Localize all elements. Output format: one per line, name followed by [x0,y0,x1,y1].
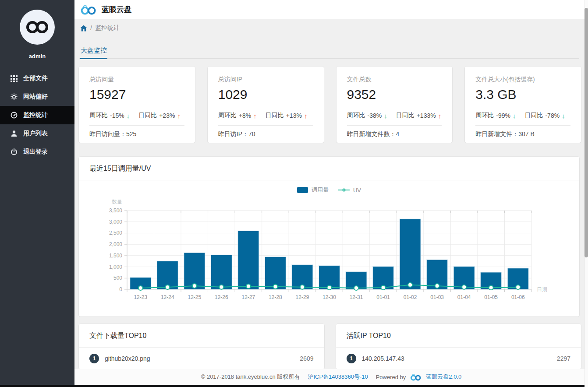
active-ip-top10-card: 活跃IP TOP10 1 140.205.147.43 2297 [336,324,581,369]
file-name: github20x20.png [105,355,300,362]
sidebar-menu: 全部文件 网站偏好 [0,69,74,161]
week-ratio: 周环比-15% ↓ [89,112,130,120]
divider [218,125,313,126]
stat-label: 总访问IP [218,76,313,84]
list-item: 1 github20x20.png 2609 [79,348,324,369]
chart-title: 最近15日调用量/UV [79,157,579,180]
top-header: 蓝眼云盘 [74,0,588,19]
sidebar-item-label: 监控统计 [23,111,48,119]
trend-arrow: ↑ [438,112,442,120]
svg-text:12-26: 12-26 [215,294,228,300]
infinity-logo-icon [25,19,50,35]
sidebar-item-logout[interactable]: 退出登录 [0,143,74,161]
scrollbar-thumb[interactable] [584,8,588,257]
svg-text:12-29: 12-29 [296,294,309,300]
trend-arrow: ↓ [384,112,387,120]
stat-footer: 昨日新增文件：307 B [475,130,570,138]
stat-cards-row: 总访问量 15927 周环比-15% ↓ 日同比+23% ↑ 昨日访问量：525… [79,67,581,143]
svg-text:01-01: 01-01 [376,294,390,300]
dashboard-icon [10,112,18,119]
day-ratio: 日同比-78% ↓ [524,112,565,120]
svg-text:1,000: 1,000 [109,264,122,270]
tab-dashboard-monitor[interactable]: 大盘监控 [80,42,107,59]
svg-text:12-27: 12-27 [242,294,255,300]
gear-icon [10,93,18,100]
home-icon[interactable] [80,25,87,32]
svg-text:1,500: 1,500 [109,253,122,259]
svg-text:12-23: 12-23 [134,294,147,300]
svg-text:01-06: 01-06 [511,294,525,300]
svg-text:3,000: 3,000 [109,219,122,225]
trend-arrow: ↑ [177,112,181,120]
trend-arrow: ↓ [127,112,130,120]
list-title: 活跃IP TOP10 [336,324,581,348]
sidebar: admin 全部文件 [0,0,74,387]
stat-ratios: 周环比-38% ↓ 日同比+133% ↑ [347,112,442,120]
divider [475,125,570,126]
trend-arrow: ↓ [562,112,565,120]
tabs: 大盘监控 [79,42,579,59]
avatar [20,10,55,45]
user-icon [10,130,18,137]
trend-arrow: ↑ [253,112,257,120]
svg-text:数量: 数量 [112,199,122,205]
stat-value: 3.3 GB [475,87,570,102]
stat-footer: 昨日访问量：525 [89,130,184,138]
bottom-edge-strip [0,385,588,387]
trend-arrow: ↑ [304,112,308,120]
powered-by-text: Powered by [376,374,406,380]
svg-text:12-25: 12-25 [188,294,201,300]
power-icon [10,148,18,155]
day-ratio: 日同比+23% ↑ [138,112,181,120]
sidebar-item-all-files[interactable]: 全部文件 [0,69,74,88]
uv-chart[interactable]: 05001,0001,5002,0002,5003,0003,50012-231… [79,187,579,305]
svg-text:12-30: 12-30 [322,294,336,300]
breadcrumb: / 监控统计 [80,24,120,32]
stat-card-total-size: 文件总大小(包括缓存) 3.3 GB 周环比-99% ↓ 日同比-78% ↓ 昨… [465,67,581,143]
svg-text:日期: 日期 [537,286,547,292]
rank-badge: 1 [347,354,356,363]
uv-chart-card: 最近15日调用量/UV 调用量 UV 05001,0001,5002,0002,… [79,157,579,317]
svg-text:01-02: 01-02 [404,294,417,300]
stat-card-total-visits: 总访问量 15927 周环比-15% ↓ 日同比+23% ↑ 昨日访问量：525 [79,67,195,143]
week-ratio: 周环比+8% ↑ [218,112,257,120]
brand-logo-icon [80,4,97,15]
svg-text:2,500: 2,500 [109,230,122,236]
week-ratio: 周环比-99% ↓ [475,112,516,120]
stat-value: 9352 [347,87,442,102]
sidebar-item-label: 网站偏好 [23,93,48,101]
day-ratio: 日同比+133% ↑ [396,112,441,120]
stat-ratios: 周环比-15% ↓ 日同比+23% ↑ [89,112,184,120]
sidebar-item-monitoring[interactable]: 监控统计 [0,106,74,124]
svg-text:01-04: 01-04 [457,294,471,300]
breadcrumb-current: 监控统计 [95,24,120,32]
svg-text:2,000: 2,000 [109,241,122,247]
svg-text:01-05: 01-05 [484,294,498,300]
icp-link[interactable]: 沪ICP备14038360号-10 [308,373,368,381]
brand-version-link[interactable]: 蓝眼云盘2.0.0 [426,373,461,381]
svg-text:12-24: 12-24 [161,294,174,300]
stat-label: 文件总数 [347,76,442,84]
stat-card-total-ips: 总访问IP 1029 周环比+8% ↑ 日同比+13% ↑ 昨日访IP：70 [208,67,324,143]
day-ratio: 日同比+13% ↑ [266,112,308,120]
downloads-top10-card: 文件下载量TOP10 1 github20x20.png 2609 [79,324,324,369]
hit-count: 2297 [557,355,570,362]
trend-arrow: ↓ [513,112,516,120]
username-label: admin [0,53,74,60]
week-ratio: 周环比-38% ↓ [347,112,387,120]
rank-badge: 1 [89,354,99,363]
ip-address: 140.205.147.43 [362,355,557,362]
svg-text:0: 0 [119,286,122,292]
sidebar-item-users[interactable]: 用户列表 [0,124,74,143]
svg-text:3,500: 3,500 [109,208,122,214]
list-item: 1 140.205.147.43 2297 [336,348,581,369]
stat-ratios: 周环比-99% ↓ 日同比-78% ↓ [475,112,570,120]
stat-ratios: 周环比+8% ↑ 日同比+13% ↑ [218,112,313,120]
divider [347,125,442,126]
scrollbar-track[interactable] [584,0,588,387]
sidebar-item-label: 退出登录 [23,148,48,156]
stat-label: 总访问量 [89,76,184,84]
grid-icon [10,75,18,82]
sidebar-item-preferences[interactable]: 网站偏好 [0,88,74,106]
top-lists-row: 文件下载量TOP10 1 github20x20.png 2609 活跃IP T… [79,324,581,369]
